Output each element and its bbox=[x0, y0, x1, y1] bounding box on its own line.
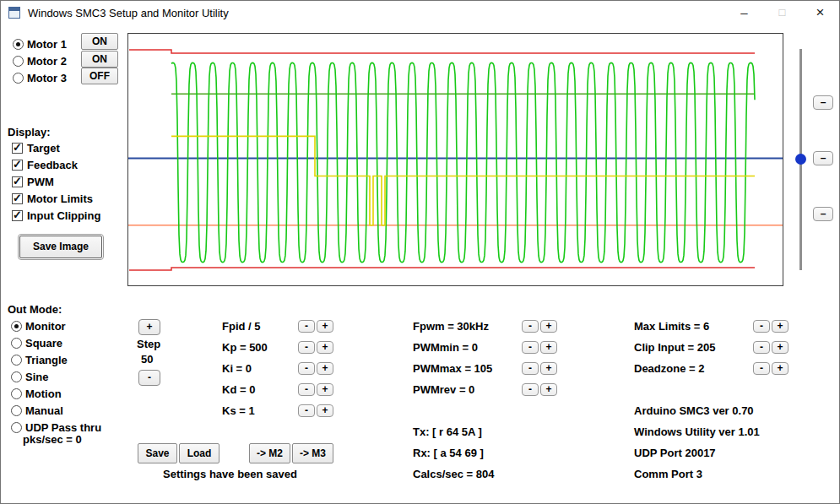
fpid-plus-button[interactable]: + bbox=[317, 320, 333, 333]
mode-manual-label: Manual bbox=[25, 404, 63, 417]
kp-plus-button[interactable]: + bbox=[317, 341, 333, 354]
load-button[interactable]: Load bbox=[179, 443, 219, 463]
titlebar: Windows SMC3 Setup and Monitor Utility –… bbox=[1, 1, 839, 24]
input-clipping-checkbox-label: Input Clipping bbox=[27, 209, 100, 222]
mode-motion-label: Motion bbox=[25, 387, 62, 400]
display-heading: Display: bbox=[8, 126, 51, 138]
ks-label: Ks = 1 bbox=[222, 404, 255, 417]
kd-minus-button[interactable]: - bbox=[298, 383, 315, 396]
clip-input-plus-button[interactable]: + bbox=[772, 341, 789, 354]
fpid-minus-button[interactable]: - bbox=[298, 320, 315, 333]
deadzone-minus-button[interactable]: - bbox=[753, 362, 770, 375]
step-label: Step bbox=[137, 338, 160, 350]
udp-port-label: UDP Port 20017 bbox=[634, 447, 716, 459]
clip-input-minus-button[interactable]: - bbox=[753, 341, 770, 354]
minimize-button[interactable]: – bbox=[725, 1, 763, 24]
mode-udp-label: UDP Pass thru bbox=[25, 421, 101, 434]
motor-2-radio[interactable] bbox=[13, 56, 24, 67]
motor-1-radio[interactable] bbox=[13, 39, 24, 50]
app-window: Windows SMC3 Setup and Monitor Utility –… bbox=[0, 0, 840, 504]
motor-3-label: Motor 3 bbox=[27, 72, 67, 84]
kd-plus-button[interactable]: + bbox=[317, 383, 333, 396]
fpwm-label: Fpwm = 30kHz bbox=[413, 320, 489, 333]
pwmmax-label: PWMmax = 105 bbox=[413, 362, 492, 375]
input-clipping-checkbox[interactable] bbox=[12, 210, 23, 221]
ks-plus-button[interactable]: + bbox=[317, 404, 333, 417]
scale-lower-button[interactable]: – bbox=[813, 207, 833, 221]
pwmrev-label: PWMrev = 0 bbox=[413, 383, 474, 396]
calcs-per-sec-status: Calcs/sec = 804 bbox=[413, 468, 495, 480]
target-checkbox[interactable] bbox=[12, 143, 23, 154]
kp-label: Kp = 500 bbox=[222, 341, 268, 354]
pks-per-sec-label: pks/sec = 0 bbox=[23, 433, 82, 446]
window-title: Windows SMC3 Setup and Monitor Utility bbox=[28, 7, 229, 19]
mode-sine-label: Sine bbox=[25, 371, 48, 383]
step-plus-button[interactable]: + bbox=[138, 319, 160, 335]
motor-1-power-button[interactable]: ON bbox=[81, 33, 118, 50]
deadzone-plus-button[interactable]: + bbox=[772, 362, 789, 375]
rx-status: Rx: [ a 54 69 ] bbox=[413, 447, 484, 459]
pwmmin-plus-button[interactable]: + bbox=[540, 341, 557, 354]
scope-panel bbox=[127, 33, 783, 286]
motor-limits-checkbox-label: Motor Limits bbox=[27, 192, 93, 205]
pwmrev-plus-button[interactable]: + bbox=[540, 383, 557, 396]
motor-2-label: Motor 2 bbox=[27, 55, 67, 68]
mode-manual-radio[interactable] bbox=[11, 405, 22, 416]
pwmmin-minus-button[interactable]: - bbox=[522, 341, 539, 354]
close-button[interactable]: × bbox=[801, 1, 839, 24]
mode-monitor-label: Monitor bbox=[25, 320, 66, 333]
app-icon bbox=[8, 7, 20, 19]
step-minus-button[interactable]: - bbox=[138, 370, 160, 386]
to-m3-button[interactable]: -> M3 bbox=[292, 443, 333, 463]
mode-square-label: Square bbox=[25, 337, 62, 350]
clip-input-label: Clip Input = 205 bbox=[634, 341, 715, 354]
fpwm-plus-button[interactable]: + bbox=[540, 320, 557, 333]
save-image-button[interactable]: Save Image bbox=[19, 236, 102, 258]
feedback-checkbox-label: Feedback bbox=[27, 159, 78, 171]
kd-label: Kd = 0 bbox=[222, 383, 255, 396]
mode-motion-radio[interactable] bbox=[11, 388, 22, 399]
mode-monitor-radio[interactable] bbox=[11, 321, 22, 332]
ki-minus-button[interactable]: - bbox=[298, 362, 315, 375]
comm-port-label: Comm Port 3 bbox=[634, 468, 702, 480]
mode-square-radio[interactable] bbox=[11, 338, 22, 349]
motor-1-label: Motor 1 bbox=[27, 38, 67, 51]
max-limits-label: Max Limits = 6 bbox=[634, 320, 709, 333]
pwmmax-plus-button[interactable]: + bbox=[540, 362, 557, 375]
out-mode-heading: Out Mode: bbox=[8, 303, 62, 316]
pwmmax-minus-button[interactable]: - bbox=[522, 362, 539, 375]
motor-2-power-button[interactable]: ON bbox=[81, 51, 118, 68]
scale-slider-thumb[interactable] bbox=[795, 154, 806, 165]
tx-status: Tx: [ r 64 5A ] bbox=[413, 425, 482, 438]
motor-3-radio[interactable] bbox=[13, 73, 24, 84]
maximize-button[interactable]: □ bbox=[763, 1, 801, 24]
utility-version-label: Windows Utility ver 1.01 bbox=[634, 425, 760, 438]
target-checkbox-label: Target bbox=[27, 142, 60, 154]
ki-plus-button[interactable]: + bbox=[317, 362, 333, 375]
max-limits-minus-button[interactable]: - bbox=[753, 320, 770, 333]
pwmrev-minus-button[interactable]: - bbox=[522, 383, 539, 396]
arduino-version-label: Arduino SMC3 ver 0.70 bbox=[634, 404, 754, 417]
fpid-label: Fpid / 5 bbox=[222, 320, 261, 333]
pwm-checkbox[interactable] bbox=[12, 176, 23, 187]
scale-middle-button[interactable]: – bbox=[813, 151, 833, 165]
save-button[interactable]: Save bbox=[138, 443, 177, 463]
feedback-checkbox[interactable] bbox=[12, 160, 23, 171]
mode-triangle-radio[interactable] bbox=[11, 355, 22, 366]
pwmmin-label: PWMmin = 0 bbox=[413, 341, 478, 354]
step-value: 50 bbox=[141, 353, 153, 366]
motor-3-power-button[interactable]: OFF bbox=[81, 68, 118, 84]
max-limits-plus-button[interactable]: + bbox=[772, 320, 789, 333]
ks-minus-button[interactable]: - bbox=[298, 404, 315, 417]
scope-canvas bbox=[128, 34, 783, 285]
motor-limits-checkbox[interactable] bbox=[12, 193, 23, 204]
kp-minus-button[interactable]: - bbox=[298, 341, 315, 354]
mode-triangle-label: Triangle bbox=[25, 354, 68, 366]
pwm-checkbox-label: PWM bbox=[27, 176, 54, 188]
scale-upper-button[interactable]: – bbox=[813, 95, 833, 110]
mode-udp-radio[interactable] bbox=[11, 422, 22, 433]
fpwm-minus-button[interactable]: - bbox=[522, 320, 539, 333]
settings-saved-status: Settings have been saved bbox=[163, 468, 297, 480]
to-m2-button[interactable]: -> M2 bbox=[249, 443, 290, 463]
mode-sine-radio[interactable] bbox=[11, 371, 22, 382]
